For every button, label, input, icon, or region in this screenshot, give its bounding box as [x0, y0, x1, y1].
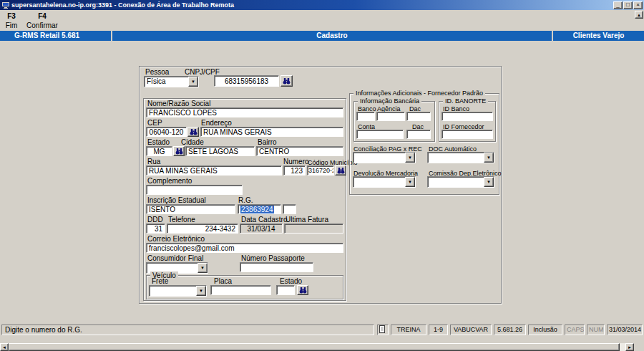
rg-selected-text: 23863924 — [240, 206, 274, 213]
estado-field[interactable]: MG — [146, 146, 172, 156]
id-banorte-title: ID. BANORTE — [443, 97, 488, 105]
cep-label: CEP — [147, 120, 162, 127]
ddd-field[interactable]: 31 — [146, 223, 165, 234]
cnpj-search-button[interactable] — [280, 75, 293, 87]
f3-key-label: F3 — [0, 11, 23, 21]
cep-field[interactable]: 06040-120 — [146, 127, 187, 137]
f4-confirmar-button[interactable]: F4 Confirmar — [21, 11, 63, 30]
status-program: VABUCVAR — [450, 324, 492, 335]
bairro-field[interactable]: CENTRO — [256, 146, 343, 156]
telefone-field[interactable]: 234-3432 — [167, 223, 238, 234]
ultima-fatura-label: Ultima Fatura — [286, 216, 328, 223]
cidade-field[interactable]: SETE LAGOAS — [185, 146, 255, 156]
scroll-left-icon: ◄ — [2, 345, 6, 350]
email-field[interactable]: franciscolopes@gmail.com — [146, 243, 343, 253]
id-fornecedor-field[interactable] — [441, 130, 493, 139]
estado-label: Estado — [147, 139, 170, 146]
app-version-banner: G-RMS Retail 5.681 — [0, 31, 111, 41]
endereco-field[interactable]: RUA MINAS GERAIS — [200, 127, 343, 137]
banco-field[interactable] — [356, 112, 375, 121]
status-mode: Inclusão — [528, 324, 562, 335]
scrollbar-corner — [634, 343, 644, 351]
cod-municipio-search-button[interactable] — [335, 165, 346, 176]
inscricao-estadual-field[interactable]: ISENTO — [146, 204, 235, 214]
estado-search-button[interactable] — [173, 146, 185, 156]
veiculo-estado-field[interactable] — [276, 285, 295, 295]
scroll-right-button[interactable]: ► — [625, 343, 634, 351]
cidade-label: Cidade — [181, 139, 204, 146]
chevron-down-icon[interactable]: ▼ — [405, 153, 415, 163]
rdp-app-icon — [2, 1, 9, 9]
email-label: Correio Eletrônico — [147, 236, 205, 243]
frete-select[interactable]: ▼ — [149, 285, 207, 297]
f3-fim-button[interactable]: F3 Fim — [0, 11, 23, 30]
passaporte-label: Número Passaporte — [241, 255, 305, 262]
rg-label: R.G. — [238, 197, 253, 204]
hscrollbar-thumb[interactable] — [9, 343, 620, 351]
scroll-up-button[interactable]: ▲ — [635, 11, 643, 19]
chevron-down-icon[interactable]: ▼ — [484, 153, 494, 163]
placa-field[interactable] — [210, 285, 271, 295]
cep-search-button[interactable] — [187, 127, 199, 137]
f4-key-label: F4 — [21, 11, 63, 21]
chevron-down-icon[interactable]: ▼ — [197, 263, 208, 273]
status-range: 1-9 — [429, 324, 448, 335]
data-cadastro-field: 31/03/14 — [240, 223, 283, 234]
numero-label: Numero — [283, 158, 309, 165]
chevron-down-icon[interactable]: ▼ — [196, 286, 206, 296]
dac2-field[interactable] — [406, 130, 431, 139]
rg-field[interactable]: 23863924 — [238, 204, 281, 214]
cnpj-field[interactable]: 68315956183 — [214, 75, 279, 87]
document-icon — [379, 325, 385, 333]
consumidor-final-label: Consumidor Final — [147, 255, 203, 262]
status-num: NUM — [587, 324, 605, 335]
maximize-icon[interactable]: □ — [623, 1, 633, 9]
scroll-left-button[interactable]: ◄ — [0, 343, 9, 351]
conta-field[interactable] — [356, 130, 404, 139]
numero-field[interactable]: 123 — [283, 165, 306, 176]
nome-field[interactable]: FRANCISCO LOPES — [146, 107, 343, 117]
chevron-down-icon[interactable]: ▼ — [188, 77, 198, 87]
window-title: supersantahelena.no-ip.org:3391 - Conexã… — [11, 1, 234, 9]
binoculars-icon — [337, 168, 345, 174]
veiculo-estado-search-button[interactable] — [297, 285, 308, 295]
doc-automatico-select[interactable]: ▼ — [427, 152, 494, 163]
status-version: 5.681.26 — [494, 324, 526, 335]
rg-digit-field[interactable] — [283, 204, 296, 214]
data-cadastro-label: Data Cadastro — [241, 216, 287, 223]
title-bar: supersantahelena.no-ip.org:3391 - Conexã… — [0, 0, 644, 10]
informacoes-adicionais-title: Informações Adicionais - Fornecedor Padr… — [353, 90, 485, 97]
status-caps: CAPS — [565, 324, 585, 335]
telefone-label: Telefone — [168, 216, 195, 223]
binoculars-icon — [175, 148, 183, 155]
cod-municipio-field[interactable]: 316720-2 — [307, 165, 334, 176]
bairro-label: Bairro — [258, 139, 277, 146]
inscricao-estadual-label: Inscrição Estadual — [147, 197, 206, 204]
conciliacao-select[interactable]: ▼ — [353, 152, 416, 163]
dac1-field[interactable] — [406, 112, 431, 121]
chevron-down-icon[interactable]: ▼ — [484, 177, 494, 187]
frete-label: Frete — [152, 278, 168, 285]
status-message: Digite o numero do R.G. — [1, 324, 374, 335]
complemento-field[interactable] — [146, 185, 243, 195]
rua-label: Rua — [147, 158, 160, 165]
agencia-field[interactable] — [376, 112, 405, 121]
ddd-label: DDD — [147, 216, 163, 223]
comissao-select[interactable]: ▼ — [427, 176, 494, 188]
rua-field[interactable]: RUA MINAS GERAIS — [146, 165, 282, 176]
pessoa-select[interactable]: Física ▼ — [144, 76, 199, 87]
scroll-up-icon: ▲ — [637, 13, 641, 17]
binoculars-icon — [283, 78, 291, 85]
devolucao-select[interactable]: ▼ — [353, 176, 416, 188]
minimize-icon[interactable]: _ — [613, 1, 623, 9]
close-icon[interactable]: × — [633, 1, 643, 9]
informacao-bancaria-title: Informação Bancária — [358, 97, 421, 105]
page-title: Cadastro — [112, 31, 552, 41]
hscrollbar-track[interactable] — [620, 343, 625, 351]
passaporte-field[interactable] — [240, 262, 313, 272]
chevron-down-icon[interactable]: ▼ — [405, 177, 415, 187]
ultima-fatura-field — [284, 223, 343, 234]
fim-label: Fim — [0, 21, 23, 30]
pessoa-label: Pessoa — [145, 69, 169, 76]
id-banco-field[interactable] — [441, 112, 493, 121]
